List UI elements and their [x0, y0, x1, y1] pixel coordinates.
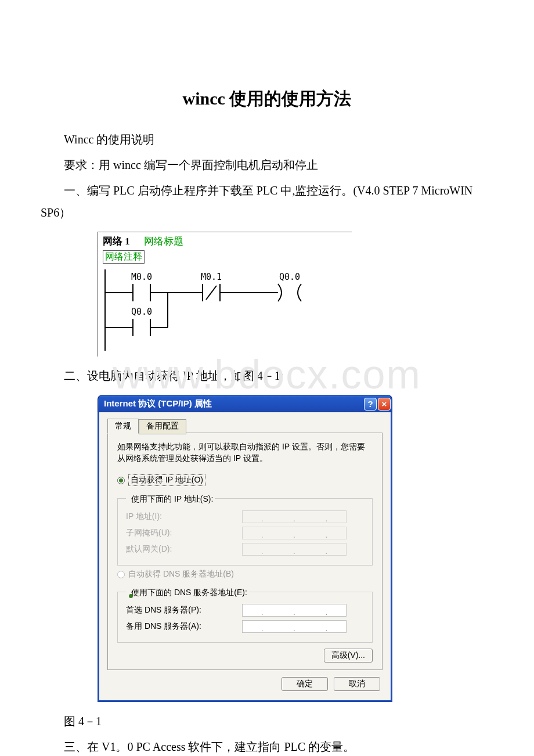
radio-manual-ip-label: 使用下面的 IP 地址(S):	[131, 494, 213, 505]
radio-icon	[117, 571, 125, 578]
tab-content: 如果网络支持此功能，则可以获取自动指派的 IP 设置。否则，您需要从网络系统管理…	[107, 433, 383, 670]
ladder-figure: 网络 1 网络标题 网络注释	[41, 232, 493, 357]
contact-q00-label: Q0.0	[131, 307, 152, 317]
ladder-title-bar: 网络 1 网络标题	[98, 232, 352, 250]
tab-alternate[interactable]: 备用配置	[139, 419, 186, 434]
label-pref-dns: 首选 DNS 服务器(P):	[126, 605, 242, 615]
radio-auto-ip[interactable]: 自动获得 IP 地址(O)	[117, 474, 373, 486]
figure-caption-4-1: 图 4－1	[41, 710, 493, 732]
input-mask[interactable]: ...	[242, 527, 347, 539]
ok-button[interactable]: 确定	[282, 677, 328, 691]
network-title: 网络标题	[144, 236, 183, 247]
radio-manual-dns-label: 使用下面的 DNS 服务器地址(E):	[131, 588, 247, 598]
input-ip[interactable]: ...	[242, 510, 347, 523]
input-pref-dns[interactable]: ...	[242, 604, 347, 617]
dialog-titlebar[interactable]: Internet 协议 (TCP/IP) 属性 ? ×	[98, 395, 392, 412]
title-cn: 使用的使用方法	[225, 89, 352, 108]
radio-auto-dns-label: 自动获得 DNS 服务器地址(B)	[128, 569, 234, 579]
close-icon[interactable]: ×	[378, 398, 391, 411]
contact-m01-label: M0.1	[201, 272, 222, 282]
label-gateway: 默认网关(D):	[126, 544, 242, 555]
label-mask: 子网掩码(U):	[126, 528, 242, 538]
paragraph-requirement: 要求：用 wincc 编写一个界面控制电机启动和停止	[41, 154, 493, 176]
radio-auto-dns[interactable]: 自动获得 DNS 服务器地址(B)	[117, 569, 373, 579]
label-alt-dns: 备用 DNS 服务器(A):	[126, 621, 242, 632]
tcpip-dialog: Internet 协议 (TCP/IP) 属性 ? × 常规 备用配置 如果网络…	[98, 395, 392, 702]
input-gateway[interactable]: ...	[242, 543, 347, 556]
paragraph-intro: Wincc 的使用说明	[41, 128, 493, 150]
svg-line-7	[206, 286, 217, 300]
radio-manual-dns[interactable]: 使用下面的 DNS 服务器地址(E):	[126, 585, 249, 598]
paragraph-step2: 二、设电脑为自动获得 IP 地址，如图 4－1:	[41, 365, 493, 387]
label-ip: IP 地址(I):	[126, 512, 242, 522]
advanced-button[interactable]: 高级(V)...	[324, 649, 373, 663]
tab-general[interactable]: 常规	[107, 419, 139, 434]
tcpip-dialog-figure: Internet 协议 (TCP/IP) 属性 ? × 常规 备用配置 如果网络…	[41, 395, 493, 702]
radio-manual-ip[interactable]: 使用下面的 IP 地址(S):	[126, 492, 215, 505]
coil-q00-label: Q0.0	[279, 272, 300, 282]
title-latin: wincc	[183, 89, 225, 108]
radio-icon	[117, 477, 125, 484]
radio-auto-ip-label: 自动获得 IP 地址(O)	[128, 474, 205, 486]
cancel-button[interactable]: 取消	[334, 677, 380, 691]
dialog-intro: 如果网络支持此功能，则可以获取自动指派的 IP 设置。否则，您需要从网络系统管理…	[117, 441, 373, 464]
dialog-title: Internet 协议 (TCP/IP) 属性	[104, 398, 363, 409]
page-title: wincc 使用的使用方法	[41, 87, 493, 111]
network-comment: 网络注释	[103, 250, 145, 264]
help-icon[interactable]: ?	[364, 398, 377, 411]
paragraph-step3: 三、在 V1。0 PC Access 软件下，建立指向 PLC 的变量。	[41, 736, 493, 756]
contact-m00-label: M0.0	[131, 272, 152, 282]
ladder-rung-svg: M0.0 M0.1 Q0.0 Q0.0	[98, 269, 352, 351]
paragraph-step1: 一、编写 PLC 启动停止程序并下载至 PLC 中,监控运行。(V4.0 STE…	[41, 179, 493, 224]
input-alt-dns[interactable]: ...	[242, 620, 347, 633]
network-number: 网络 1	[103, 236, 130, 247]
